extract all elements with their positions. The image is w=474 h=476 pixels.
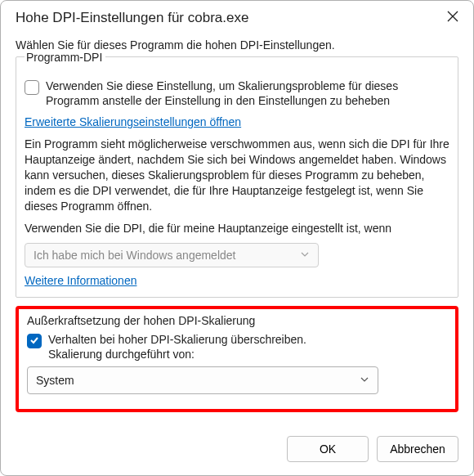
override-label: Verhalten bei hoher DPI-Skalierung übers… [48,332,306,361]
close-icon [447,10,458,26]
advanced-scaling-link[interactable]: Erweiterte Skalierungseinstellungen öffn… [25,115,241,130]
more-info-link[interactable]: Weitere Informationen [25,274,136,287]
instruction-text: Wählen Sie für dieses Programm die hohen… [16,38,458,52]
dpi-when-dropdown-value: Ich habe mich bei Windows angemeldet [34,249,293,262]
chevron-down-icon [360,374,369,387]
override-checkbox[interactable] [27,334,42,348]
scaling-performed-dropdown[interactable]: System [27,366,378,394]
checkmark-icon [29,335,39,348]
override-label-line2: Skalierung durchgeführt von: [48,348,195,361]
titlebar: Hohe DPI-Einstellungen für cobra.exe [1,1,473,34]
override-label-line1: Verhalten bei hoher DPI-Skalierung übers… [48,333,306,346]
dialog-footer: OK Abbrechen [1,424,473,475]
ok-button[interactable]: OK [287,436,369,462]
dpi-when-dropdown: Ich habe mich bei Windows angemeldet [25,243,319,267]
program-dpi-legend: Programm-DPI [25,51,105,64]
blurry-explanation-text: Ein Programm sieht möglicherweise versch… [25,137,449,213]
override-row: Verhalten bei hoher DPI-Skalierung übers… [27,332,447,361]
close-button[interactable] [444,9,462,27]
use-setting-checkbox[interactable] [25,80,39,95]
program-dpi-group: Programm-DPI Verwenden Sie diese Einstel… [16,56,458,298]
override-group-highlight: Außerkraftsetzung der hohen DPI-Skalieru… [16,306,458,412]
scaling-performed-value: System [36,374,353,387]
cancel-button[interactable]: Abbrechen [377,436,458,462]
dpi-settings-dialog: Hohe DPI-Einstellungen für cobra.exe Wäh… [0,0,474,476]
use-setting-label: Verwenden Sie diese Einstellung, um Skal… [46,79,449,108]
window-title: Hohe DPI-Einstellungen für cobra.exe [16,10,444,26]
dialog-content: Wählen Sie für dieses Programm die hohen… [1,34,473,424]
use-setting-row: Verwenden Sie diese Einstellung, um Skal… [25,79,449,108]
override-group-legend: Außerkraftsetzung der hohen DPI-Skalieru… [27,314,255,327]
use-dpi-when-text: Verwenden Sie die DPI, die für meine Hau… [25,221,449,236]
chevron-down-icon [300,249,310,262]
